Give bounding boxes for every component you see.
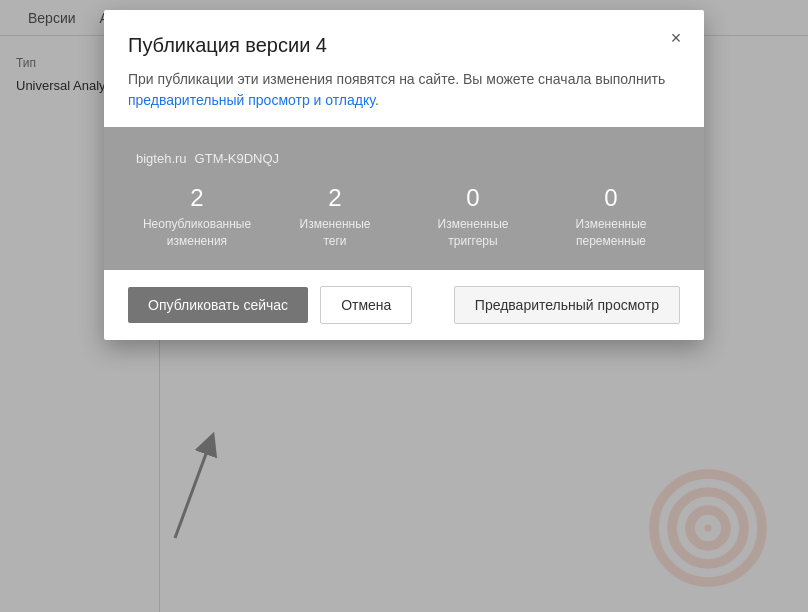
dialog-footer: Опубликовать сейчас Отмена Предварительн… <box>104 270 704 340</box>
stat-tags: 2 Измененныетеги <box>266 184 404 250</box>
publish-now-button[interactable]: Опубликовать сейчас <box>128 287 308 323</box>
preview-button[interactable]: Предварительный просмотр <box>454 286 680 324</box>
cancel-button[interactable]: Отмена <box>320 286 412 324</box>
modal-overlay: × Публикация версии 4 При публикации эти… <box>0 0 808 612</box>
stat-label-triggers: Измененныетриггеры <box>404 216 542 250</box>
desc-text2: . <box>375 92 379 108</box>
dialog-title: Публикация версии 4 <box>128 34 680 57</box>
stat-number-tags: 2 <box>266 184 404 212</box>
stat-label-tags: Измененныетеги <box>266 216 404 250</box>
stat-number-unpublished: 2 <box>128 184 266 212</box>
container-id: GTM-K9DNQJ <box>195 151 280 166</box>
dialog-description: При публикации эти изменения появятся на… <box>128 69 680 111</box>
stat-number-vars: 0 <box>542 184 680 212</box>
publish-dialog: × Публикация версии 4 При публикации эти… <box>104 10 704 340</box>
stats-grid: 2 Неопубликованныеизменения 2 Измененные… <box>128 184 680 250</box>
stat-vars: 0 Измененныепеременные <box>542 184 680 250</box>
stats-card: bigteh.ruGTM-K9DNQJ 2 Неопубликованныеиз… <box>104 127 704 270</box>
desc-link[interactable]: предварительный просмотр и отладку <box>128 92 375 108</box>
stat-number-triggers: 0 <box>404 184 542 212</box>
stat-label-unpublished: Неопубликованныеизменения <box>128 216 266 250</box>
stat-label-vars: Измененныепеременные <box>542 216 680 250</box>
close-button[interactable]: × <box>664 26 688 50</box>
dialog-header: Публикация версии 4 При публикации эти и… <box>104 10 704 127</box>
page-background: Версии Администратор Тип Universal Analy… <box>0 0 808 612</box>
desc-text1: При публикации эти изменения появятся на… <box>128 71 665 87</box>
stat-triggers: 0 Измененныетриггеры <box>404 184 542 250</box>
site-name: bigteh.ruGTM-K9DNQJ <box>128 147 680 168</box>
stat-unpublished: 2 Неопубликованныеизменения <box>128 184 266 250</box>
